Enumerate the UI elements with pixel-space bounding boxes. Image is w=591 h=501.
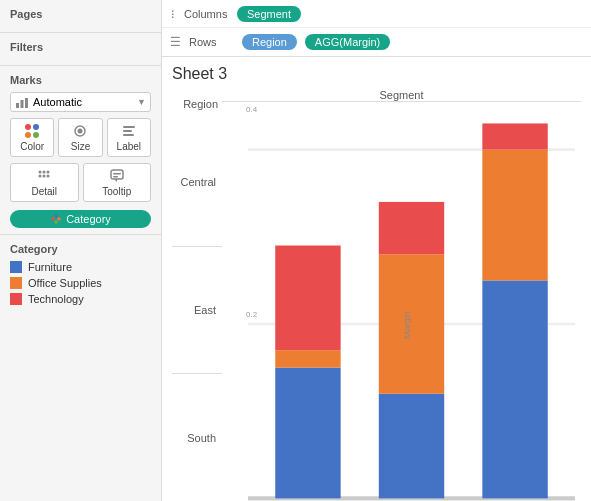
tooltip-icon: [109, 168, 125, 184]
svg-rect-20: [113, 173, 121, 175]
svg-point-8: [78, 129, 83, 134]
category-pill-label: Category: [66, 213, 111, 225]
svg-point-3: [25, 124, 31, 130]
tooltip-button[interactable]: Tooltip: [83, 163, 152, 202]
svg-point-25: [54, 220, 58, 224]
svg-marker-19: [114, 179, 117, 182]
pages-section: Pages: [0, 0, 161, 33]
region-header: Region: [172, 89, 222, 119]
columns-icon: ⫶: [170, 7, 176, 21]
bar-chart-icon: [15, 95, 29, 109]
chart-container: Region Central East South Segment: [172, 89, 581, 501]
charts-grid: Segment 0.4 0.2 0.0 Mar: [222, 89, 581, 501]
central-home-furniture: [482, 280, 547, 498]
filters-label: Filters: [10, 41, 151, 53]
svg-point-12: [39, 171, 42, 174]
filters-section: Filters: [0, 33, 161, 66]
svg-point-23: [54, 214, 58, 218]
marks-row2: Detail Tooltip: [10, 163, 151, 202]
legend-item-furniture: Furniture: [10, 261, 151, 273]
svg-point-24: [57, 217, 61, 221]
marks-dropdown[interactable]: Automatic ▼: [10, 92, 151, 112]
pages-label: Pages: [10, 8, 151, 20]
central-c-officesup: [275, 350, 340, 367]
svg-rect-2: [25, 98, 28, 108]
svg-point-16: [43, 175, 46, 178]
office-supplies-label: Office Supplies: [28, 277, 102, 289]
central-home-officesup: [482, 150, 547, 281]
dots-icon: [50, 213, 62, 225]
svg-point-4: [33, 124, 39, 130]
marks-title: Marks: [10, 74, 151, 86]
tooltip-label: Tooltip: [102, 186, 131, 197]
chart-area: Sheet 3 Region Central East South Segmen…: [162, 57, 591, 501]
svg-point-14: [47, 171, 50, 174]
detail-label: Detail: [31, 186, 57, 197]
size-button[interactable]: Size: [58, 118, 102, 157]
marks-section: Marks Automatic ▼ Color: [0, 66, 161, 235]
segment-pill[interactable]: Segment: [237, 6, 301, 22]
segment-header: Segment: [222, 89, 581, 102]
color-label: Color: [20, 141, 44, 152]
agg-margin-pill[interactable]: AGG(Margin): [305, 34, 390, 50]
furniture-label: Furniture: [28, 261, 72, 273]
region-axis: Region Central East South: [172, 89, 222, 501]
sheet-title: Sheet 3: [172, 65, 581, 83]
chart-rows: 0.4 0.2 0.0 Margin: [222, 102, 581, 501]
svg-point-22: [51, 217, 55, 221]
region-rows: Central East South: [172, 119, 222, 501]
toolbar: ⫶ Columns Segment ☰ Rows Region AGG(Marg…: [162, 0, 591, 57]
dropdown-arrow-icon: ▼: [137, 97, 146, 107]
detail-icon: [36, 168, 52, 184]
rows-label: Rows: [189, 36, 234, 48]
rows-row: ☰ Rows Region AGG(Margin): [162, 28, 591, 56]
category-pill-button[interactable]: Category: [10, 210, 151, 228]
central-c-furniture: [275, 368, 340, 499]
marks-dropdown-value: Automatic: [33, 96, 82, 108]
central-home-tech: [482, 123, 547, 149]
central-consumer-chart: 0.4 0.2 0.0 Margin: [222, 102, 581, 501]
svg-point-5: [25, 132, 31, 138]
central-corp-tech: [379, 202, 444, 254]
svg-rect-0: [16, 103, 19, 108]
svg-point-6: [33, 132, 39, 138]
central-corp-officesup: [379, 254, 444, 394]
marks-buttons-grid: Color Size Label: [10, 118, 151, 157]
region-south: South: [172, 373, 222, 501]
svg-rect-21: [113, 176, 118, 178]
svg-point-15: [39, 175, 42, 178]
svg-point-13: [43, 171, 46, 174]
size-label: Size: [71, 141, 90, 152]
svg-rect-10: [123, 130, 132, 132]
category-legend-title: Category: [10, 243, 151, 255]
svg-rect-1: [21, 100, 24, 108]
color-button[interactable]: Color: [10, 118, 54, 157]
detail-button[interactable]: Detail: [10, 163, 79, 202]
marks-dropdown-left: Automatic: [15, 95, 82, 109]
region-pill[interactable]: Region: [242, 34, 297, 50]
color-icon: [24, 123, 40, 139]
furniture-swatch: [10, 261, 22, 273]
legend-item-office-supplies: Office Supplies: [10, 277, 151, 289]
columns-row: ⫶ Columns Segment: [162, 0, 591, 28]
svg-point-17: [47, 175, 50, 178]
central-c-tech: [275, 246, 340, 351]
technology-swatch: [10, 293, 22, 305]
region-east: East: [172, 246, 222, 374]
rows-icon: ☰: [170, 35, 181, 49]
central-bars-svg: [248, 106, 575, 501]
central-corp-furniture: [379, 394, 444, 499]
label-label: Label: [117, 141, 141, 152]
label-button[interactable]: Label: [107, 118, 151, 157]
svg-rect-11: [123, 134, 134, 136]
central-row: 0.4 0.2 0.0 Margin: [222, 102, 581, 501]
svg-rect-9: [123, 126, 135, 128]
columns-label: Columns: [184, 8, 229, 20]
region-central: Central: [172, 119, 222, 246]
office-supplies-swatch: [10, 277, 22, 289]
size-icon: [72, 123, 88, 139]
left-panel: Pages Filters Marks Automatic ▼: [0, 0, 162, 501]
label-icon: [121, 123, 137, 139]
right-panel: ⫶ Columns Segment ☰ Rows Region AGG(Marg…: [162, 0, 591, 501]
technology-label: Technology: [28, 293, 84, 305]
